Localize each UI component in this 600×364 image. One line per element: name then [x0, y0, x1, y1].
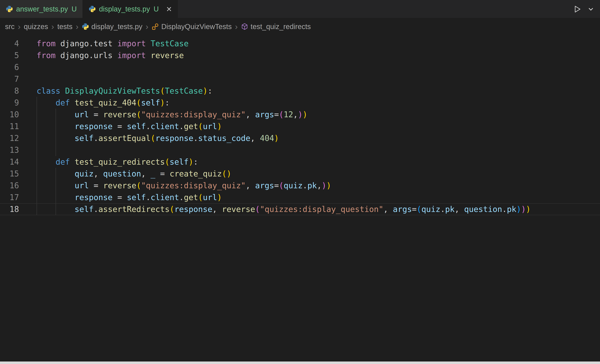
tab-label: display_tests.py — [99, 5, 150, 13]
vscode-window: answer_tests.pyUdisplay_tests.pyU× src›q… — [0, 0, 600, 364]
code-line-13[interactable]: 13 — [0, 144, 600, 156]
code-token: ( — [279, 110, 284, 119]
line-number[interactable]: 11 — [0, 121, 19, 132]
line-number[interactable]: 17 — [0, 192, 19, 203]
line-number[interactable]: 13 — [0, 144, 19, 156]
breadcrumb-item-quizzes[interactable]: quizzes — [24, 22, 48, 31]
code-token: ) — [521, 205, 526, 214]
line-number[interactable]: 3 — [0, 35, 19, 38]
code-token: = — [155, 169, 170, 178]
breadcrumb-item-test_quiz_redirects[interactable]: test_quiz_redirects — [241, 22, 311, 31]
code-line-11[interactable]: 11 response = self.client.get(url) — [0, 121, 600, 132]
breadcrumb: src›quizzes›tests›display_tests.py›Displ… — [0, 18, 600, 35]
code-token: import — [117, 51, 146, 60]
code-line-17[interactable]: 17 response = self.client.get(url) — [0, 192, 600, 203]
code-token: ) — [203, 86, 208, 95]
code-text: self.assertRedirects(response, reverse("… — [19, 203, 531, 215]
line-number[interactable]: 16 — [0, 180, 19, 192]
git-status-badge: U — [154, 5, 159, 13]
code-token: response — [75, 193, 112, 202]
code-token: . — [94, 205, 98, 214]
code-line-4[interactable]: 4from django.test import TestCase — [0, 38, 600, 49]
code-line-3[interactable]: 3 — [0, 35, 600, 38]
breadcrumb-separator: › — [73, 22, 82, 31]
code-token: ) — [189, 158, 194, 166]
code-line-7[interactable]: 7 — [0, 73, 600, 85]
code-line-5[interactable]: 5from django.urls import reverse — [0, 49, 600, 61]
code-token: DisplayQuizViewTests — [65, 86, 160, 95]
code-token: , — [212, 205, 222, 214]
code-token: "quizzes:display_quiz" — [141, 181, 246, 190]
breadcrumb-item-DisplayQuizViewTests[interactable]: DisplayQuizViewTests — [151, 22, 232, 31]
code-token — [37, 122, 75, 131]
code-token: 12 — [284, 110, 293, 119]
line-number[interactable]: 9 — [0, 97, 19, 109]
code-text — [19, 61, 37, 73]
code-token: get — [184, 193, 198, 202]
code-token: client — [151, 193, 179, 202]
breadcrumb-item-display_tests.py[interactable]: display_tests.py — [82, 22, 142, 31]
code-token: self — [75, 134, 94, 143]
code-token: url — [75, 181, 89, 190]
code-token: ( — [136, 110, 141, 119]
code-token: ) — [322, 181, 327, 190]
code-token: ( — [151, 134, 155, 143]
code-line-10[interactable]: 10 url = reverse("quizzes:display_quiz",… — [0, 109, 600, 121]
bottom-strip — [0, 362, 600, 364]
code-line-8[interactable]: 8class DisplayQuizViewTests(TestCase): — [0, 85, 600, 97]
code-line-15[interactable]: 15 quiz, question, _ = create_quiz() — [0, 168, 600, 180]
code-text: response = self.client.get(url) — [19, 121, 222, 132]
code-token: . — [303, 181, 308, 190]
code-token: question — [464, 205, 502, 214]
line-number[interactable]: 10 — [0, 109, 19, 121]
tab-answer_tests.py[interactable]: answer_tests.pyU — [0, 0, 83, 18]
run-icon[interactable] — [573, 4, 582, 13]
code-token: ( — [255, 205, 260, 214]
close-icon[interactable]: × — [166, 5, 172, 13]
code-line-9[interactable]: 9 def test_quiz_404(self): — [0, 97, 600, 109]
line-number[interactable]: 5 — [0, 49, 19, 61]
code-token: , — [246, 181, 255, 190]
code-token: = — [112, 122, 127, 131]
line-number[interactable]: 18 — [0, 203, 19, 215]
breadcrumb-label: tests — [57, 22, 73, 31]
line-number[interactable]: 14 — [0, 156, 19, 168]
code-token: TestCase — [146, 39, 188, 48]
code-token: quiz — [75, 169, 94, 178]
code-token: def — [56, 158, 70, 166]
code-text: from django.test import TestCase — [19, 38, 189, 49]
code-text: def test_quiz_redirects(self): — [19, 156, 198, 168]
tab-display_tests.py[interactable]: display_tests.pyU× — [83, 0, 178, 18]
code-token: pk — [307, 181, 317, 190]
line-number[interactable]: 12 — [0, 132, 19, 144]
code-token: args — [393, 205, 412, 214]
git-status-badge: U — [72, 5, 77, 13]
line-number[interactable]: 4 — [0, 38, 19, 49]
code-line-12[interactable]: 12 self.assertEqual(response.status_code… — [0, 132, 600, 144]
line-number[interactable]: 7 — [0, 73, 19, 85]
code-line-6[interactable]: 6 — [0, 61, 600, 73]
code-token: . — [441, 205, 445, 214]
breadcrumb-item-tests[interactable]: tests — [57, 22, 73, 31]
code-line-14[interactable]: 14 def test_quiz_redirects(self): — [0, 156, 600, 168]
code-token: django.urls — [56, 51, 117, 60]
code-line-18[interactable]: 18 self.assertRedirects(response, revers… — [0, 203, 600, 215]
code-token: : — [208, 86, 213, 95]
chevron-down-icon[interactable] — [587, 6, 594, 12]
breadcrumb-item-src[interactable]: src — [5, 22, 15, 31]
code-line-16[interactable]: 16 url = reverse("quizzes:display_quiz",… — [0, 180, 600, 192]
code-token: reverse — [222, 205, 255, 214]
code-token: assertEqual — [98, 134, 150, 143]
code-text: from django.urls import reverse — [19, 49, 184, 61]
code-editor[interactable]: 34from django.test import TestCase5from … — [0, 35, 600, 362]
code-token: reverse — [146, 51, 184, 60]
code-token: = — [412, 205, 417, 214]
line-number[interactable]: 6 — [0, 61, 19, 73]
breadcrumb-label: quizzes — [24, 22, 48, 31]
code-token — [70, 98, 75, 107]
code-token — [37, 158, 56, 166]
line-number[interactable]: 15 — [0, 168, 19, 180]
code-text: self.assertEqual(response.status_code, 4… — [19, 132, 279, 144]
code-token: ( — [136, 181, 141, 190]
line-number[interactable]: 8 — [0, 85, 19, 97]
